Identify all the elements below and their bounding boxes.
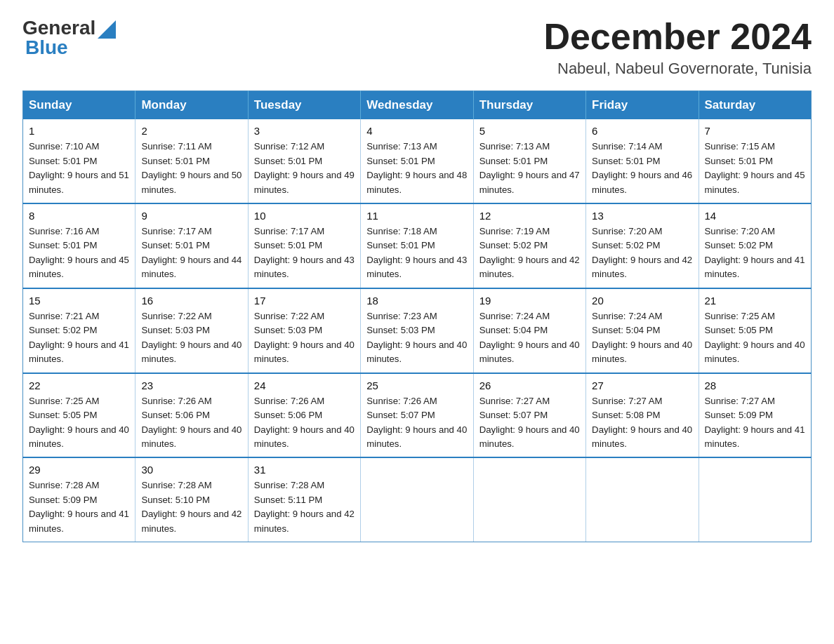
day-number: 3 [254, 125, 355, 137]
day-number: 24 [254, 380, 355, 391]
calendar-day-cell: 26Sunrise: 7:27 AMSunset: 5:07 PMDayligh… [473, 373, 585, 458]
day-number: 10 [254, 210, 355, 222]
day-info: Sunrise: 7:19 AMSunset: 5:02 PMDaylight:… [479, 224, 580, 282]
calendar-day-cell: 29Sunrise: 7:28 AMSunset: 5:09 PMDayligh… [23, 457, 135, 542]
calendar-header-row: SundayMondayTuesdayWednesdayThursdayFrid… [23, 91, 812, 120]
calendar-day-cell: 16Sunrise: 7:22 AMSunset: 5:03 PMDayligh… [135, 288, 248, 373]
day-info: Sunrise: 7:12 AMSunset: 5:01 PMDaylight:… [254, 140, 355, 197]
page-header: General Blue December 2024 Nabeul, Nabeu… [22, 17, 812, 78]
day-info: Sunrise: 7:17 AMSunset: 5:01 PMDaylight:… [254, 224, 355, 282]
title-block: December 2024 Nabeul, Nabeul Governorate… [543, 17, 812, 78]
day-number: 30 [141, 464, 241, 476]
calendar-day-cell: 14Sunrise: 7:20 AMSunset: 5:02 PMDayligh… [699, 203, 811, 288]
day-info: Sunrise: 7:13 AMSunset: 5:01 PMDaylight:… [366, 140, 467, 197]
header-sunday: Sunday [23, 91, 135, 120]
day-number: 4 [366, 125, 467, 137]
logo-triangle-icon [98, 19, 116, 39]
day-info: Sunrise: 7:25 AMSunset: 5:05 PMDaylight:… [705, 309, 805, 367]
calendar-day-cell: 10Sunrise: 7:17 AMSunset: 5:01 PMDayligh… [248, 203, 360, 288]
calendar-week-row: 1Sunrise: 7:10 AMSunset: 5:01 PMDaylight… [23, 119, 812, 203]
calendar-day-cell [699, 457, 811, 542]
calendar-day-cell: 24Sunrise: 7:26 AMSunset: 5:06 PMDayligh… [248, 373, 360, 458]
day-number: 6 [592, 125, 692, 137]
calendar-day-cell: 21Sunrise: 7:25 AMSunset: 5:05 PMDayligh… [699, 288, 811, 373]
header-monday: Monday [135, 91, 248, 120]
calendar-day-cell: 22Sunrise: 7:25 AMSunset: 5:05 PMDayligh… [23, 373, 135, 458]
day-number: 25 [366, 380, 467, 391]
day-info: Sunrise: 7:26 AMSunset: 5:07 PMDaylight:… [366, 394, 467, 452]
day-number: 13 [592, 210, 692, 222]
logo-text-blue: Blue [25, 36, 68, 59]
day-number: 28 [705, 380, 805, 391]
svg-marker-0 [98, 20, 116, 39]
calendar-day-cell: 1Sunrise: 7:10 AMSunset: 5:01 PMDaylight… [23, 119, 135, 203]
day-number: 14 [705, 210, 805, 222]
logo: General Blue [22, 17, 116, 59]
day-info: Sunrise: 7:20 AMSunset: 5:02 PMDaylight:… [705, 224, 805, 282]
day-info: Sunrise: 7:22 AMSunset: 5:03 PMDaylight:… [141, 309, 241, 367]
day-info: Sunrise: 7:27 AMSunset: 5:09 PMDaylight:… [705, 394, 805, 452]
calendar-day-cell: 11Sunrise: 7:18 AMSunset: 5:01 PMDayligh… [361, 203, 473, 288]
calendar-day-cell: 30Sunrise: 7:28 AMSunset: 5:10 PMDayligh… [135, 457, 248, 542]
day-number: 18 [366, 295, 467, 307]
calendar-day-cell: 19Sunrise: 7:24 AMSunset: 5:04 PMDayligh… [473, 288, 585, 373]
day-number: 17 [254, 295, 355, 307]
day-info: Sunrise: 7:26 AMSunset: 5:06 PMDaylight:… [141, 394, 241, 452]
calendar-day-cell: 13Sunrise: 7:20 AMSunset: 5:02 PMDayligh… [586, 203, 699, 288]
calendar-day-cell: 5Sunrise: 7:13 AMSunset: 5:01 PMDaylight… [473, 119, 585, 203]
day-info: Sunrise: 7:28 AMSunset: 5:10 PMDaylight:… [141, 478, 241, 536]
calendar-day-cell: 20Sunrise: 7:24 AMSunset: 5:04 PMDayligh… [586, 288, 699, 373]
calendar-table: SundayMondayTuesdayWednesdayThursdayFrid… [22, 90, 812, 542]
calendar-day-cell: 8Sunrise: 7:16 AMSunset: 5:01 PMDaylight… [23, 203, 135, 288]
calendar-day-cell: 4Sunrise: 7:13 AMSunset: 5:01 PMDaylight… [361, 119, 473, 203]
day-number: 16 [141, 295, 241, 307]
day-info: Sunrise: 7:13 AMSunset: 5:01 PMDaylight:… [479, 140, 580, 197]
day-number: 23 [141, 380, 241, 391]
day-info: Sunrise: 7:15 AMSunset: 5:01 PMDaylight:… [705, 140, 805, 197]
header-thursday: Thursday [473, 91, 585, 120]
day-number: 31 [254, 464, 355, 476]
calendar-week-row: 22Sunrise: 7:25 AMSunset: 5:05 PMDayligh… [23, 373, 812, 458]
calendar-day-cell: 31Sunrise: 7:28 AMSunset: 5:11 PMDayligh… [248, 457, 360, 542]
calendar-day-cell: 28Sunrise: 7:27 AMSunset: 5:09 PMDayligh… [699, 373, 811, 458]
location-subtitle: Nabeul, Nabeul Governorate, Tunisia [543, 60, 812, 78]
calendar-day-cell [361, 457, 473, 542]
day-info: Sunrise: 7:26 AMSunset: 5:06 PMDaylight:… [254, 394, 355, 452]
day-number: 7 [705, 125, 805, 137]
day-number: 20 [592, 295, 692, 307]
day-number: 9 [141, 210, 241, 222]
day-info: Sunrise: 7:11 AMSunset: 5:01 PMDaylight:… [141, 140, 241, 197]
day-number: 15 [29, 295, 129, 307]
day-info: Sunrise: 7:28 AMSunset: 5:09 PMDaylight:… [29, 478, 129, 536]
day-number: 2 [141, 125, 241, 137]
day-number: 22 [29, 380, 129, 391]
calendar-day-cell: 3Sunrise: 7:12 AMSunset: 5:01 PMDaylight… [248, 119, 360, 203]
day-info: Sunrise: 7:25 AMSunset: 5:05 PMDaylight:… [29, 394, 129, 452]
day-info: Sunrise: 7:22 AMSunset: 5:03 PMDaylight:… [254, 309, 355, 367]
day-number: 12 [479, 210, 580, 222]
day-number: 5 [479, 125, 580, 137]
calendar-day-cell: 15Sunrise: 7:21 AMSunset: 5:02 PMDayligh… [23, 288, 135, 373]
calendar-day-cell: 23Sunrise: 7:26 AMSunset: 5:06 PMDayligh… [135, 373, 248, 458]
calendar-day-cell: 25Sunrise: 7:26 AMSunset: 5:07 PMDayligh… [361, 373, 473, 458]
calendar-day-cell [473, 457, 585, 542]
day-info: Sunrise: 7:24 AMSunset: 5:04 PMDaylight:… [592, 309, 692, 367]
calendar-day-cell [586, 457, 699, 542]
calendar-day-cell: 6Sunrise: 7:14 AMSunset: 5:01 PMDaylight… [586, 119, 699, 203]
day-info: Sunrise: 7:16 AMSunset: 5:01 PMDaylight:… [29, 224, 129, 282]
calendar-week-row: 15Sunrise: 7:21 AMSunset: 5:02 PMDayligh… [23, 288, 812, 373]
calendar-day-cell: 27Sunrise: 7:27 AMSunset: 5:08 PMDayligh… [586, 373, 699, 458]
calendar-week-row: 8Sunrise: 7:16 AMSunset: 5:01 PMDaylight… [23, 203, 812, 288]
day-info: Sunrise: 7:10 AMSunset: 5:01 PMDaylight:… [29, 140, 129, 197]
day-info: Sunrise: 7:14 AMSunset: 5:01 PMDaylight:… [592, 140, 692, 197]
day-number: 19 [479, 295, 580, 307]
day-info: Sunrise: 7:23 AMSunset: 5:03 PMDaylight:… [366, 309, 467, 367]
day-info: Sunrise: 7:24 AMSunset: 5:04 PMDaylight:… [479, 309, 580, 367]
day-number: 26 [479, 380, 580, 391]
calendar-week-row: 29Sunrise: 7:28 AMSunset: 5:09 PMDayligh… [23, 457, 812, 542]
header-friday: Friday [586, 91, 699, 120]
day-info: Sunrise: 7:27 AMSunset: 5:07 PMDaylight:… [479, 394, 580, 452]
day-number: 8 [29, 210, 129, 222]
calendar-day-cell: 18Sunrise: 7:23 AMSunset: 5:03 PMDayligh… [361, 288, 473, 373]
calendar-day-cell: 17Sunrise: 7:22 AMSunset: 5:03 PMDayligh… [248, 288, 360, 373]
